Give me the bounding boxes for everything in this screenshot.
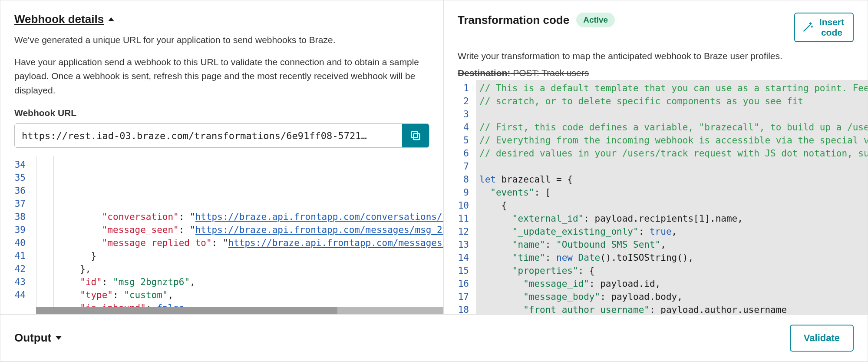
status-badge: Active — [576, 13, 615, 27]
transformation-editor[interactable]: 123456789101112131415161718 // This is a… — [444, 80, 868, 314]
horizontal-scrollbar[interactable] — [36, 307, 443, 314]
destination-row: Destination: POST: Track users — [444, 63, 868, 80]
output-toggle[interactable]: Output — [14, 331, 62, 345]
output-title-text: Output — [14, 331, 51, 345]
webhook-url-input[interactable] — [15, 124, 402, 147]
chevron-up-icon — [108, 17, 114, 21]
chevron-down-icon — [56, 336, 62, 340]
output-bar: Output Validate — [0, 315, 868, 362]
transformation-code-panel: Transformation code Active Insert code W… — [444, 0, 868, 314]
transformation-title: Transformation code — [458, 13, 569, 27]
svg-rect-1 — [412, 132, 418, 138]
transformation-desc: Write your transformation to map the ant… — [444, 49, 868, 63]
magic-wand-icon — [802, 22, 813, 33]
webhook-details-desc2: Have your application send a webhook to … — [14, 55, 429, 98]
insert-code-label1: Insert — [819, 17, 844, 27]
validate-button[interactable]: Validate — [790, 325, 854, 352]
webhook-details-panel: Webhook details We've generated a unique… — [0, 0, 444, 314]
webhook-details-desc1: We've generated a unique URL for your ap… — [14, 33, 429, 47]
webhook-payload-editor[interactable]: 3435363738394041424344 "conversation": "… — [0, 156, 443, 314]
webhook-url-label: Webhook URL — [14, 108, 429, 118]
copy-url-button[interactable] — [402, 124, 429, 147]
webhook-details-title: Webhook details — [14, 13, 104, 26]
insert-code-label2: code — [819, 27, 844, 38]
webhook-details-toggle[interactable]: Webhook details — [14, 13, 114, 26]
copy-icon — [409, 130, 422, 142]
svg-rect-0 — [413, 134, 419, 140]
insert-code-button[interactable]: Insert code — [794, 13, 854, 42]
